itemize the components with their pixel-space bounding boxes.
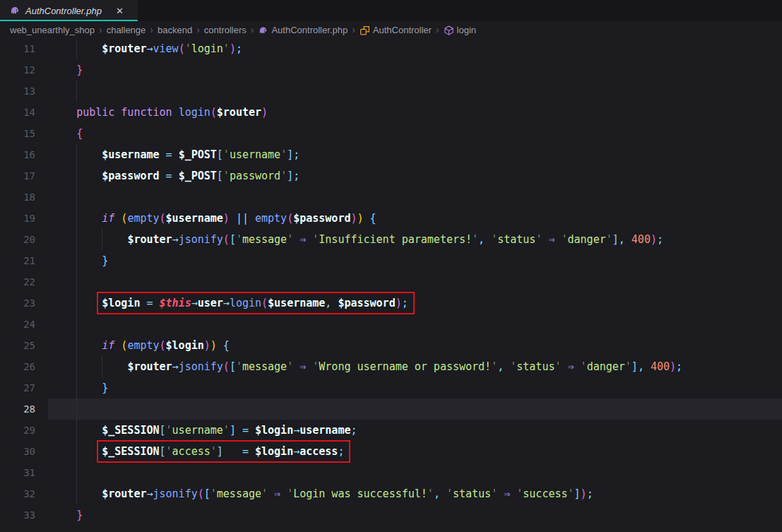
code-text: $login = $this→user→login($username, $pa… (51, 292, 408, 314)
code-text: } (51, 59, 83, 81)
code-text: $router→jsonify(['message' ⇒ 'Wrong user… (51, 356, 682, 377)
code-text: $_SESSION['username'] = $login→username; (51, 420, 357, 441)
code-line-32[interactable]: 32 $router→jsonify(['message' ⇒ 'Login w… (0, 483, 782, 504)
code-text: $router→jsonify(['message' ⇒ 'Insufficie… (51, 229, 663, 250)
method-icon (444, 25, 454, 35)
code-line-33[interactable]: 33 } (0, 504, 782, 526)
line-number: 21 (0, 250, 35, 271)
line-number: 26 (0, 356, 35, 377)
code-line-31[interactable]: 31 (0, 462, 782, 483)
breadcrumb-label: AuthController (373, 25, 432, 35)
active-tab-underline (0, 20, 138, 21)
tab-authcontroller[interactable]: AuthController.php ✕ (0, 0, 138, 21)
line-number: 16 (0, 144, 35, 165)
editor[interactable]: 11 $router→view('login');12 }1314 public… (0, 38, 782, 532)
code-line-23[interactable]: 23 $login = $this→user→login($username, … (0, 292, 782, 314)
php-icon (9, 5, 20, 16)
code-line-30[interactable]: 30 $_SESSION['access'] = $login→access; (0, 441, 782, 462)
line-number: 18 (0, 187, 35, 208)
line-number: 19 (0, 208, 35, 229)
code-text: if (empty($login)) { (51, 335, 230, 356)
line-number: 33 (0, 504, 35, 526)
breadcrumb-item-challenge[interactable]: challenge (107, 25, 146, 35)
line-number: 22 (0, 271, 35, 292)
line-number: 13 (0, 81, 35, 102)
breadcrumb-label: web_unearthly_shop (10, 25, 95, 35)
breadcrumb-label: challenge (107, 25, 146, 35)
code-line-15[interactable]: 15 { (0, 123, 782, 144)
indent-guide (76, 187, 77, 208)
line-number: 29 (0, 420, 35, 441)
line-number: 27 (0, 377, 35, 398)
breadcrumb-separator: › (196, 24, 201, 35)
tab-bar: AuthController.php ✕ (0, 0, 782, 21)
indent-guide (76, 271, 77, 292)
line-number: 11 (0, 38, 35, 59)
breadcrumb-item-authcontroller[interactable]: AuthController (360, 25, 432, 35)
indent-guide (76, 314, 77, 335)
line-number: 30 (0, 441, 35, 462)
line-number: 12 (0, 59, 35, 81)
line-number: 14 (0, 102, 35, 123)
indent-guide (76, 81, 77, 102)
code-line-22[interactable]: 22 (0, 271, 782, 292)
breadcrumb-label: controllers (204, 25, 247, 35)
close-icon[interactable]: ✕ (114, 5, 126, 17)
code-line-21[interactable]: 21 } (0, 250, 782, 271)
editor-window: AuthController.php ✕ web_unearthly_shop›… (0, 0, 782, 532)
code-line-26[interactable]: 26 $router→jsonify(['message' ⇒ 'Wrong u… (0, 356, 782, 377)
code-line-24[interactable]: 24 (0, 314, 782, 335)
breadcrumb-label: AuthController.php (271, 25, 348, 35)
code-text: } (51, 250, 108, 271)
code-line-19[interactable]: 19 if (empty($username) || empty($passwo… (0, 208, 782, 229)
code-line-18[interactable]: 18 (0, 187, 782, 208)
line-number: 23 (0, 292, 35, 314)
code-text: $router→jsonify(['message' ⇒ 'Login was … (51, 483, 593, 504)
code-text: if (empty($username) || empty($password)… (51, 208, 377, 229)
breadcrumb-item-login[interactable]: login (444, 25, 476, 35)
breadcrumb-separator: › (435, 24, 440, 35)
code-line-20[interactable]: 20 $router→jsonify(['message' ⇒ 'Insuffi… (0, 229, 782, 250)
line-number: 15 (0, 123, 35, 144)
breadcrumb-separator: › (98, 24, 103, 35)
breadcrumb-separator: › (250, 24, 255, 35)
indent-guide (76, 398, 77, 420)
php-icon (258, 25, 268, 35)
class-icon (360, 25, 370, 35)
line-number: 17 (0, 165, 35, 187)
code-text: $username = $_POST['username']; (51, 144, 300, 165)
line-number: 32 (0, 483, 35, 504)
code-text: } (51, 377, 108, 398)
breadcrumb-item-web-unearthly-shop[interactable]: web_unearthly_shop (10, 25, 95, 35)
breadcrumb-item-backend[interactable]: backend (158, 25, 192, 35)
breadcrumb-label: backend (158, 25, 192, 35)
code-text: $password = $_POST['password']; (51, 165, 300, 187)
code-line-14[interactable]: 14 public function login($router) (0, 102, 782, 123)
breadcrumb-label: login (457, 25, 476, 35)
code-line-29[interactable]: 29 $_SESSION['username'] = $login→userna… (0, 420, 782, 441)
code-text: $router→view('login'); (51, 38, 242, 59)
tab-label: AuthController.php (25, 6, 102, 16)
line-number: 28 (0, 398, 35, 420)
code-line-12[interactable]: 12 } (0, 59, 782, 81)
code-line-16[interactable]: 16 $username = $_POST['username']; (0, 144, 782, 165)
breadcrumb-separator: › (351, 24, 356, 35)
code-text: $_SESSION['access'] = $login→access; (51, 441, 344, 462)
line-number: 20 (0, 229, 35, 250)
breadcrumb: web_unearthly_shop›challenge›backend›con… (0, 21, 782, 38)
code-text: } (51, 504, 83, 526)
code-line-25[interactable]: 25 if (empty($login)) { (0, 335, 782, 356)
code-text: public function login($router) (51, 102, 268, 123)
line-number: 31 (0, 462, 35, 483)
code-line-27[interactable]: 27 } (0, 377, 782, 398)
breadcrumb-item-authcontroller-php[interactable]: AuthController.php (258, 25, 348, 35)
code-line-17[interactable]: 17 $password = $_POST['password']; (0, 165, 782, 187)
breadcrumb-separator: › (149, 24, 154, 35)
line-number: 25 (0, 335, 35, 356)
line-number: 24 (0, 314, 35, 335)
code-line-28[interactable]: 28 (0, 398, 782, 420)
code-line-11[interactable]: 11 $router→view('login'); (0, 38, 782, 59)
code-line-13[interactable]: 13 (0, 81, 782, 102)
indent-guide (76, 462, 77, 483)
breadcrumb-item-controllers[interactable]: controllers (204, 25, 247, 35)
